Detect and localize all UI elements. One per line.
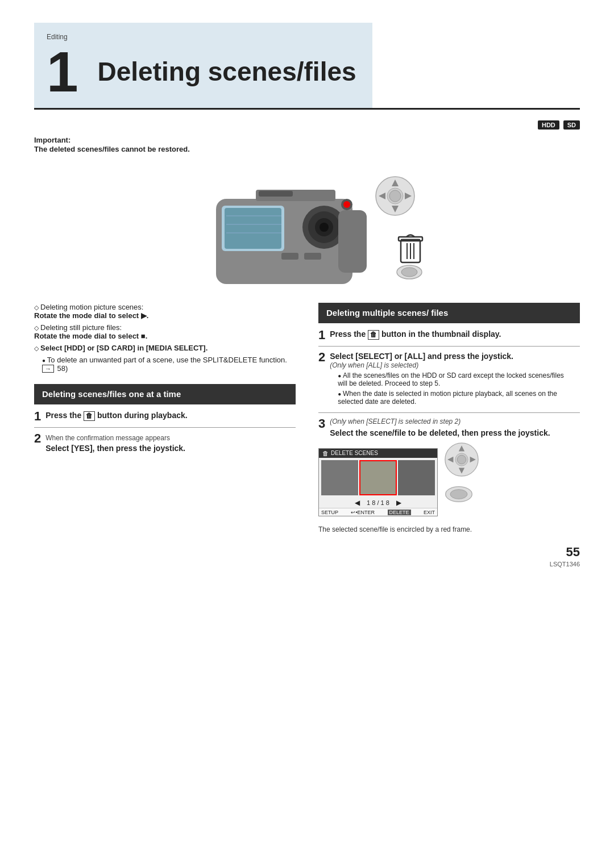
- camera-svg: [171, 165, 443, 295]
- diamond-item-1: Deleting motion picture scenes: Rotate t…: [34, 303, 296, 320]
- bullet-item-1: To delete an unwanted part of a scene, u…: [42, 356, 296, 373]
- important-section: Important: The deleted scenes/files cann…: [0, 130, 614, 153]
- red-frame-note: The selected scene/file is encircled by …: [318, 525, 580, 533]
- left-column: Deleting motion picture scenes: Rotate t…: [34, 303, 296, 533]
- step3-right-number: 3: [318, 418, 325, 430]
- footer-delete: DELETE: [388, 510, 411, 515]
- footer-enter: ↩•ENTER: [351, 510, 375, 515]
- main-content: Deleting motion picture scenes: Rotate t…: [0, 303, 614, 533]
- diamond-bold-2: Rotate the mode dial to select ■.: [34, 332, 147, 340]
- step1-left: 1 Press the 🗑 button during playback.: [34, 410, 296, 423]
- arrow-ref-1: →: [42, 365, 54, 373]
- step2-only-when: (Only when [ALL] is selected): [330, 361, 574, 369]
- header-section: Editing 1 Deleting scenes/files: [0, 0, 614, 108]
- hdd-badge: HDD: [538, 120, 559, 130]
- step2-left-content: When the confirmation message appears Se…: [45, 432, 290, 453]
- delete-scenes-titlebar: 🗑 DELETE SCENES: [319, 449, 437, 458]
- camera-area: [0, 153, 614, 303]
- page-title: Deleting scenes/files: [86, 56, 356, 87]
- push-button-small-svg: [445, 483, 473, 506]
- step2-right: 2 Select [SELECT] or [ALL] and press the…: [318, 351, 580, 408]
- svg-rect-26: [399, 237, 422, 241]
- step2-left-number: 2: [34, 432, 41, 445]
- delete-scenes-footer: SETUP ↩•ENTER DELETE EXIT: [319, 508, 437, 516]
- delete-scenes-nav: ◀ 1 8 / 1 8 ▶: [319, 498, 437, 508]
- page-number: 55: [34, 545, 580, 560]
- svg-point-6: [320, 223, 329, 232]
- page-number-area: 55 LSQT1346: [0, 533, 614, 573]
- section-left-title: Deleting scenes/files one at a time: [42, 389, 181, 399]
- step1-right-number: 1: [318, 329, 325, 341]
- svg-point-40: [450, 490, 467, 499]
- step2-right-content: Select [SELECT] or [ALL] and press the j…: [330, 351, 574, 408]
- step2-bullet-2: When the date is selected in motion pict…: [338, 390, 574, 406]
- svg-rect-2: [225, 208, 281, 249]
- svg-point-31: [401, 268, 417, 277]
- diamond-item-3: Select [HDD] or [SD CARD] in [MEDIA SELE…: [34, 344, 296, 352]
- svg-rect-10: [281, 253, 298, 260]
- sd-badge: SD: [563, 120, 580, 130]
- step2-left: 2 When the confirmation message appears …: [34, 432, 296, 453]
- delete-scenes-display: 🗑 DELETE SCENES ◀ 1 8 / 1 8: [318, 443, 438, 522]
- page-wrapper: Editing 1 Deleting scenes/files HDD SD I…: [0, 0, 614, 868]
- hdd-sd-area: HDD SD: [0, 110, 614, 130]
- svg-rect-13: [259, 191, 293, 197]
- thumbnail-grid: [319, 458, 437, 498]
- delete-scenes-title-icon: 🗑: [322, 450, 329, 457]
- scene-thumb-2: [359, 460, 396, 495]
- step1-right-content: Press the 🗑 button in the thumbnail disp…: [330, 329, 574, 340]
- section-box-left: Deleting scenes/files one at a time: [34, 384, 296, 404]
- divider-right-2: [318, 412, 580, 413]
- step1-left-content: Press the 🗑 button during playback.: [45, 410, 290, 422]
- nav-page-text: 1 8 / 1 8: [367, 499, 389, 506]
- svg-rect-12: [338, 210, 367, 273]
- joystick-small-svg: [445, 443, 479, 477]
- divider-left-1: [34, 427, 296, 428]
- step3-right-content: (Only when [SELECT] is selected in step …: [330, 418, 574, 438]
- step1-right: 1 Press the 🗑 button in the thumbnail di…: [318, 329, 580, 341]
- divider-right-1: [318, 346, 580, 347]
- header-box: Editing 1 Deleting scenes/files: [34, 23, 372, 108]
- trash-inline-icon: 🗑: [84, 411, 95, 422]
- chapter-number: 1: [47, 43, 78, 100]
- step2-right-number: 2: [318, 351, 325, 364]
- svg-point-23: [389, 190, 401, 202]
- controls-right: [445, 443, 479, 507]
- step1-right-main: Press the 🗑 button in the thumbnail disp…: [330, 329, 574, 340]
- important-text: The deleted scenes/files cannot be resto…: [34, 145, 190, 153]
- diamond-item-2: Deleting still picture files: Rotate the…: [34, 323, 296, 340]
- step1-left-number: 1: [34, 410, 41, 423]
- diamond-bold-1: Rotate the mode dial to select ▶.: [34, 311, 148, 320]
- delete-display-area: 🗑 DELETE SCENES ◀ 1 8 / 1 8: [318, 443, 580, 522]
- footer-setup: SETUP: [321, 510, 338, 515]
- right-column: Deleting multiple scenes/ files 1 Press …: [318, 303, 580, 533]
- svg-rect-11: [304, 253, 321, 260]
- diamond-bold-3: Select [HDD] or [SD CARD] in [MEDIA SELE…: [40, 344, 208, 352]
- step3-right: 3 (Only when [SELECT] is selected in ste…: [318, 418, 580, 438]
- svg-point-38: [457, 455, 466, 464]
- step2-right-main: Select [SELECT] or [ALL] and press the j…: [330, 351, 574, 361]
- camera-illustration: [171, 165, 443, 297]
- step1-left-main: Press the 🗑 button during playback.: [45, 410, 290, 422]
- section-box-right: Deleting multiple scenes/ files: [318, 303, 580, 323]
- trash-inline-icon-2: 🗑: [368, 330, 379, 340]
- nav-arrow-right[interactable]: ▶: [396, 499, 401, 507]
- step2-bullet-1: All the scenes/files on the HDD or SD ca…: [338, 372, 574, 387]
- page-code: LSQT1346: [34, 561, 580, 567]
- step3-right-main: Select the scene/file to be deleted, the…: [330, 428, 574, 438]
- svg-point-9: [343, 201, 350, 208]
- scene-thumb-3: [398, 460, 435, 495]
- delete-scenes-panel: 🗑 DELETE SCENES ◀ 1 8 / 1 8: [318, 448, 438, 516]
- section-right-title: Deleting multiple scenes/ files: [326, 308, 448, 318]
- scene-thumb-1: [321, 460, 358, 495]
- editing-label: Editing: [47, 33, 356, 41]
- delete-scenes-title-text: DELETE SCENES: [331, 450, 378, 456]
- step3-only-when: (Only when [SELECT] is selected in step …: [330, 418, 574, 425]
- important-label: Important:: [34, 136, 70, 144]
- nav-arrow-left[interactable]: ◀: [355, 499, 360, 507]
- footer-exit: EXIT: [424, 510, 435, 515]
- step2-left-main: Select [YES], then press the joystick.: [45, 444, 290, 453]
- step2-left-sub: When the confirmation message appears: [45, 434, 290, 442]
